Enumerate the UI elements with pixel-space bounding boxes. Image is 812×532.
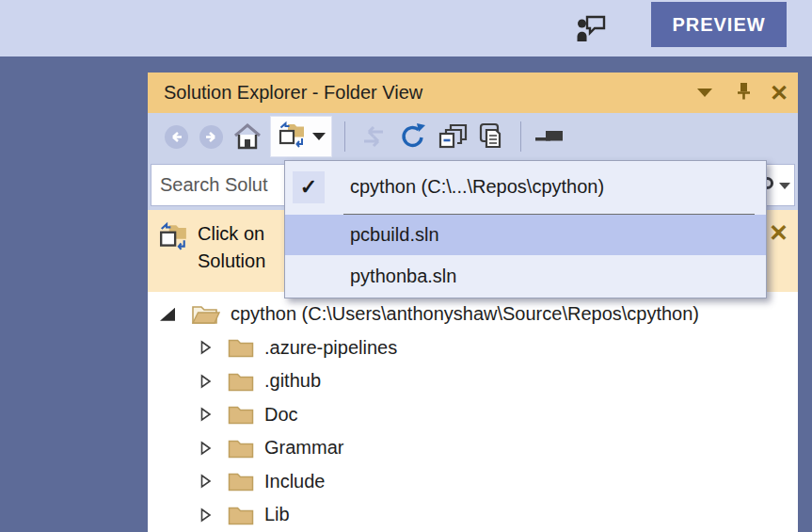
open-folder-icon (191, 303, 220, 326)
forward-button[interactable] (199, 124, 224, 150)
collapsed-chevron-icon[interactable] (199, 340, 212, 355)
menu-item-label: pythonba.sln (350, 266, 456, 287)
refresh-button[interactable] (398, 121, 428, 152)
folder-icon (228, 505, 254, 525)
switch-views-dropdown-menu: ✓ cpython (C:\...\Repos\cpython) pcbuild… (284, 160, 767, 298)
tree-item-label: Doc (264, 404, 298, 426)
toolbar-separator (520, 121, 521, 152)
window-position-caret-icon[interactable] (697, 89, 712, 97)
preview-selected-items-button[interactable] (477, 121, 507, 152)
tree-root-label: cpython (C:\Users\anthonyshaw\Source\Rep… (231, 303, 699, 325)
solution-explorer-panel: Solution Explorer - Folder View ✕ (148, 73, 798, 532)
menu-item-label: cpython (C:\...\Repos\cpython) (350, 176, 604, 198)
close-panel-icon[interactable]: ✕ (770, 82, 788, 105)
panel-title: Solution Explorer - Folder View (164, 82, 692, 104)
switch-views-icon (278, 121, 306, 153)
search-options-caret-icon[interactable] (779, 183, 790, 189)
menu-item-pythonba-sln[interactable]: pythonba.sln (285, 255, 766, 298)
tree-row-lib[interactable]: Lib (148, 498, 798, 532)
tree-root-row[interactable]: cpython (C:\Users\anthonyshaw\Source\Rep… (148, 298, 798, 331)
tree-row-azure-pipelines[interactable]: .azure-pipelines (148, 331, 798, 365)
info-bar-message: Click on Solution (198, 220, 265, 292)
collapsed-chevron-icon[interactable] (199, 374, 212, 389)
pin-icon[interactable] (735, 81, 753, 105)
collapse-all-button[interactable] (438, 122, 468, 151)
collapsed-chevron-icon[interactable] (199, 508, 212, 523)
back-button[interactable] (164, 124, 189, 150)
checkmark-icon: ✓ (293, 171, 325, 203)
collapse-handle-icon[interactable] (534, 130, 565, 143)
folder-icon (228, 337, 254, 358)
main-toolbar-strip: PREVIEW (0, 0, 812, 56)
folder-icon (228, 471, 254, 492)
info-bar-line1: Click on (198, 220, 265, 248)
tree-item-label: Grammar (264, 437, 343, 459)
feedback-icon[interactable] (576, 12, 606, 44)
switch-views-icon (158, 221, 188, 292)
tree-row-github[interactable]: .github (148, 364, 798, 398)
tree-row-doc[interactable]: Doc (148, 398, 798, 432)
solution-explorer-toolbar (148, 113, 798, 160)
tree-item-label: .azure-pipelines (264, 337, 397, 359)
info-bar-close-icon[interactable]: ✕ (769, 221, 788, 245)
folder-icon (228, 371, 254, 392)
collapsed-chevron-icon[interactable] (199, 407, 212, 422)
tree-item-label: Lib (264, 504, 290, 525)
tree-row-grammar[interactable]: Grammar (148, 431, 798, 465)
toolbar-separator (344, 121, 345, 152)
tree-item-label: .github (264, 370, 321, 392)
tree-item-label: Include (264, 471, 326, 492)
menu-item-cpython-folder[interactable]: ✓ cpython (C:\...\Repos\cpython) (285, 161, 766, 214)
preview-button[interactable]: PREVIEW (651, 2, 787, 47)
expanded-arrow-icon[interactable] (160, 308, 175, 321)
folder-tree: cpython (C:\Users\anthonyshaw\Source\Rep… (148, 292, 798, 532)
visual-studio-window: PREVIEW Solution Explorer - Folder View … (0, 0, 812, 532)
collapsed-chevron-icon[interactable] (199, 441, 212, 456)
menu-item-label: pcbuild.sln (350, 224, 439, 246)
home-button[interactable] (233, 123, 262, 150)
solution-explorer-titlebar[interactable]: Solution Explorer - Folder View ✕ (148, 73, 798, 113)
search-placeholder: Search Solut (151, 174, 268, 196)
menu-item-pcbuild-sln[interactable]: pcbuild.sln (285, 215, 766, 256)
switch-views-dropdown-caret-icon[interactable] (312, 133, 326, 140)
sync-with-active-document-button[interactable] (358, 124, 389, 149)
folder-icon (228, 404, 254, 425)
info-bar-line2: Solution (198, 248, 265, 275)
folder-icon (228, 438, 254, 459)
collapsed-chevron-icon[interactable] (199, 474, 212, 489)
tree-row-include[interactable]: Include (148, 465, 798, 499)
switch-views-button[interactable] (270, 116, 332, 157)
